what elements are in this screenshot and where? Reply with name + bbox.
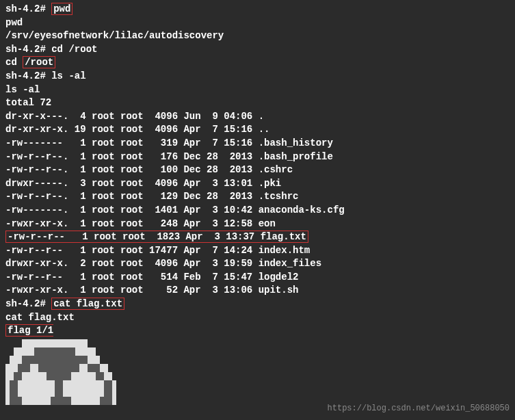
watermark: https://blog.csdn.net/weixin_50688050: [328, 403, 510, 415]
ls-output: dr-xr-x---. 4 root root 4096 Jun 9 04:06…: [5, 110, 510, 231]
prompt-line-1: sh-4.2# pwd: [5, 3, 510, 16]
table-row: -rw-r--r-- 1 root root 514 Feb 7 15:47 l…: [5, 271, 510, 285]
table-row: -rw-------. 1 root root 1401 Apr 3 10:42…: [5, 204, 510, 218]
table-row: -rw------- 1 root root 319 Apr 7 15:16 .…: [5, 137, 510, 150]
highlight-cat: cat flag.txt: [51, 298, 124, 310]
echo-cd: cd /root: [5, 56, 510, 70]
echo-cat: cat flag.txt: [5, 311, 510, 325]
echo-ls: ls -al: [5, 83, 510, 97]
table-row: dr-xr-x---. 4 root root 4096 Jun 9 04:06…: [5, 110, 510, 124]
highlight-root: /root: [23, 56, 55, 68]
total-line: total 72: [5, 96, 510, 110]
table-row: -rw-r--r--. 1 root root 129 Dec 28 2013 …: [5, 190, 510, 204]
flag-header: flag 1/1: [5, 324, 510, 338]
table-row: -rw-r--r--. 1 root root 176 Dec 28 2013 …: [5, 150, 510, 164]
highlight-flag-row: -rw-r--r-- 1 root root 1823 Apr 3 13:37 …: [5, 231, 308, 243]
table-row: -rw-r--r--. 1 root root 100 Dec 28 2013 …: [5, 163, 510, 177]
pwd-output: /srv/eyesofnetwork/lilac/autodiscovery: [5, 29, 510, 43]
echo-pwd: pwd: [5, 16, 510, 30]
flag-row: -rw-r--r-- 1 root root 1823 Apr 3 13:37 …: [5, 231, 510, 244]
table-row: drwxr-xr-x. 2 root root 4096 Apr 3 19:59…: [5, 257, 510, 271]
ls-output-2: -rw-r--r-- 1 root root 17477 Apr 7 14:24…: [5, 244, 510, 298]
prompt-line-3: sh-4.2# ls -al: [5, 70, 510, 83]
table-row: drwxr-----. 3 root root 4096 Apr 3 13:01…: [5, 177, 510, 191]
highlight-pwd: pwd: [51, 3, 72, 15]
table-row: dr-xr-xr-x. 19 root root 4096 Apr 7 15:1…: [5, 123, 510, 137]
table-row: -rwxr-xr-x. 1 root root 52 Apr 3 13:06 u…: [5, 284, 510, 298]
prompt-line-4: sh-4.2# cat flag.txt: [5, 298, 510, 311]
prompt-line-2: sh-4.2# cd /root: [5, 43, 510, 57]
ascii-art: [5, 339, 510, 405]
highlight-flag-header: flag 1/1: [5, 324, 53, 337]
table-row: -rwxr-xr-x. 1 root root 248 Apr 3 12:58 …: [5, 218, 510, 231]
table-row: -rw-r--r-- 1 root root 17477 Apr 7 14:24…: [5, 244, 510, 258]
